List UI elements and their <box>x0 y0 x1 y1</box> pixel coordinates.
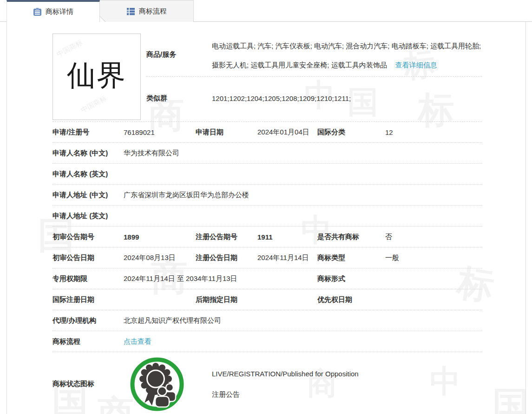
row-applicant-name-en: 申请人名称 (英文) <box>53 164 482 185</box>
trademark-detail-page: 商 标 中 国 国 商 标 中 国 商 中 国 标 商 商标详情 <box>0 0 532 414</box>
row-applicant-name-cn: 申请人名称 (中文) 华为技术有限公司 <box>53 143 482 164</box>
field-label: 注册公告日期 <box>196 254 257 262</box>
field-label: 后期指定日期 <box>196 295 257 304</box>
field-label: 申请人名称 (中文) <box>53 149 124 158</box>
field-label: 专用权期限 <box>53 274 124 283</box>
field-label: 是否共有商标 <box>317 233 385 241</box>
top-section: 中国商标 仙界 中国商标 商品/服务 电动运载工具; 汽车; 汽车仪表板; 电动… <box>53 33 482 122</box>
field-label: 国际分类 <box>317 128 385 137</box>
process-list-icon <box>126 7 135 16</box>
field-label: 优先权日期 <box>317 295 385 304</box>
trademark-text: 仙界 <box>53 56 140 95</box>
field-value: 1911 <box>257 233 317 241</box>
field-label: 商标状态图标 <box>53 380 124 388</box>
field-value: 1201;1202;1204;1205;1208;1209;1210;1211; <box>212 89 482 108</box>
field-value: 12 <box>385 128 482 136</box>
field-label: 申请人地址 (中文) <box>53 191 124 200</box>
status-texts: LIVE/REGISTRATION/Published for Oppositi… <box>212 369 359 399</box>
field-value: 2024年11月14日 至 2034年11月13日 <box>124 274 317 283</box>
tab-trademark-process[interactable]: 商标流程 <box>100 0 194 22</box>
view-detail-link[interactable]: 查看详细信息 <box>395 61 437 69</box>
detail-list-icon <box>33 7 42 16</box>
field-label: 商标形式 <box>317 274 385 283</box>
image-watermark: 中国商标 <box>79 94 108 115</box>
row-applicant-address-en: 申请人地址 (英文) <box>53 206 482 227</box>
row-application-number: 申请/注册号 76189021 申请日期 2024年01月04日 国际分类 12 <box>53 122 482 143</box>
row-exclusive-period: 专用权期限 2024年11月14日 至 2034年11月13日 商标形式 <box>53 268 482 289</box>
status-line-chinese: 注册公告 <box>212 390 359 399</box>
row-agency: 代理/办理机构 北京超凡知识产权代理有限公司 <box>53 310 482 331</box>
goods-services-text: 电动运载工具; 汽车; 汽车仪表板; 电动汽车; 混合动力汽车; 电动踏板车; … <box>212 42 481 69</box>
status-badge-icon <box>129 356 185 412</box>
tab-label: 商标详情 <box>46 7 73 16</box>
field-value: 北京超凡知识产权代理有限公司 <box>124 316 482 325</box>
field-value: 否 <box>385 233 482 241</box>
row-gazette-dates: 初审公告日期 2024年08月13日 注册公告日期 2024年11月14日 商标… <box>53 247 482 268</box>
field-label: 申请人地址 (英文) <box>53 212 124 220</box>
field-value: 2024年11月14日 <box>257 254 317 262</box>
status-line-english: LIVE/REGISTRATION/Published for Oppositi… <box>212 369 359 379</box>
field-label: 类似群 <box>146 94 212 103</box>
field-label: 初审公告期号 <box>53 233 124 241</box>
tab-trademark-detail[interactable]: 商标详情 <box>7 0 100 22</box>
row-gazette-numbers: 初审公告期号 1899 注册公告期号 1911 是否共有商标 否 <box>53 227 482 247</box>
field-label: 申请/注册号 <box>53 128 124 137</box>
field-value: 华为技术有限公司 <box>124 149 482 158</box>
similar-group-row: 类似群 1201;1202;1204;1205;1208;1209;1210;1… <box>146 77 482 120</box>
trademark-image: 中国商标 仙界 中国商标 <box>53 33 141 120</box>
field-value: 广东省深圳市龙岗区坂田华为总部办公楼 <box>124 191 482 200</box>
field-value: 一般 <box>385 254 482 262</box>
field-label: 国际注册日期 <box>53 295 124 304</box>
goods-services-row: 商品/服务 电动运载工具; 汽车; 汽车仪表板; 电动汽车; 混合动力汽车; 电… <box>146 33 482 77</box>
field-label: 商品/服务 <box>146 33 212 76</box>
field-value: 电动运载工具; 汽车; 汽车仪表板; 电动汽车; 混合动力汽车; 电动踏板车; … <box>212 33 482 76</box>
field-label: 商标类型 <box>317 254 385 262</box>
field-value: 2024年08月13日 <box>124 254 196 262</box>
field-label: 申请人名称 (英文) <box>53 170 124 179</box>
field-value: 1899 <box>124 233 196 241</box>
field-value: 76189021 <box>124 128 196 136</box>
row-applicant-address-cn: 申请人地址 (中文) 广东省深圳市龙岗区坂田华为总部办公楼 <box>53 185 482 206</box>
row-trademark-process: 商标流程 点击查看 <box>53 331 482 352</box>
row-international-dates: 国际注册日期 后期指定日期 优先权日期 <box>53 289 482 310</box>
click-to-view-link[interactable]: 点击查看 <box>124 337 151 345</box>
tab-label: 商标流程 <box>139 7 167 16</box>
field-label: 初审公告日期 <box>53 254 124 262</box>
field-label: 代理/办理机构 <box>53 316 124 325</box>
top-rows: 商品/服务 电动运载工具; 汽车; 汽车仪表板; 电动汽车; 混合动力汽车; 电… <box>146 33 482 120</box>
field-label: 注册公告期号 <box>196 233 257 241</box>
row-trademark-status: 商标状态图标 <box>53 352 482 414</box>
field-label: 商标流程 <box>53 337 124 346</box>
tab-bar: 商标详情 商标流程 <box>0 0 532 22</box>
field-label: 申请日期 <box>196 128 257 137</box>
detail-panel: 中国商标 仙界 中国商标 商品/服务 电动运载工具; 汽车; 汽车仪表板; 电动… <box>7 22 526 414</box>
field-value: 2024年01月04日 <box>257 128 317 137</box>
